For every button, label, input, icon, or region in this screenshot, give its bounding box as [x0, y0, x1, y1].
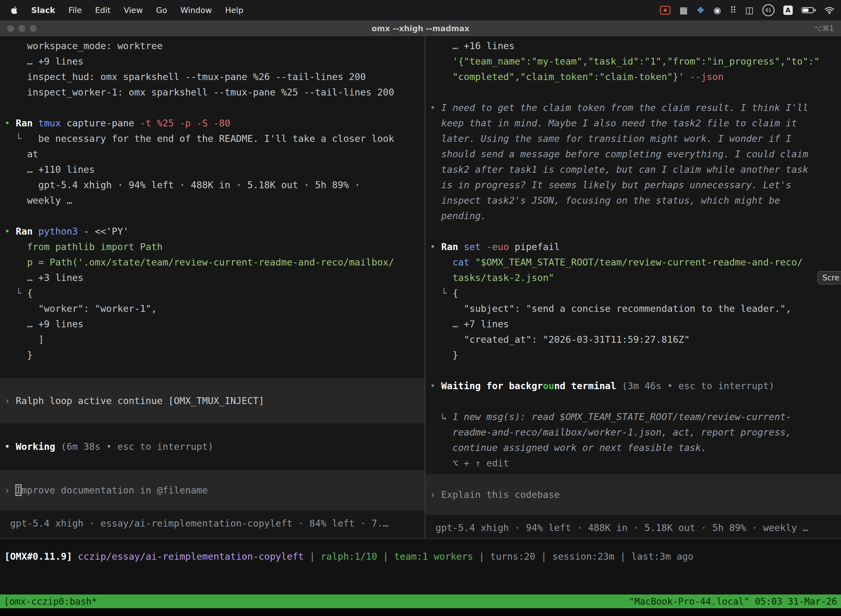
terminal-line: › Explain this codebase	[425, 487, 841, 502]
terminal-line: later. Using the same for transition mig…	[425, 131, 841, 146]
terminal-line: should send a message before completing …	[425, 146, 841, 162]
battery-nub	[814, 9, 816, 12]
menu-app-name[interactable]: Slack	[31, 6, 55, 15]
desktop: Slack File Edit View Go Window Help ▦ ❖ …	[0, 0, 841, 616]
terminal-line: readme-and-reco/mailbox/worker-1.json, a…	[425, 424, 841, 440]
terminal-line	[425, 84, 841, 100]
terminal-line: cat "$OMX_TEAM_STATE_ROOT/team/review-cu…	[425, 254, 841, 270]
menu-bar-status-icons: ▦ ❖ ◉ ⠿ ◫ 61 A	[660, 4, 841, 16]
terminal-line: p = Path('.omx/state/team/review-current…	[0, 254, 425, 270]
terminal-line: … +7 lines	[425, 316, 841, 332]
pill-app-icon[interactable]: ◫	[745, 5, 753, 15]
zoom-button[interactable]	[30, 25, 37, 32]
menu-item-help[interactable]: Help	[225, 6, 243, 15]
terminal-line: inspect task2's JSON, focusing on the st…	[425, 193, 841, 208]
terminal-line: • Waiting for background terminal (3m 46…	[425, 378, 841, 393]
circle-app-icon[interactable]: ◉	[713, 5, 721, 15]
terminal-line: continue assigned work or next feasible …	[425, 440, 841, 455]
terminal-line	[0, 208, 425, 224]
terminal-line: at	[0, 146, 425, 162]
terminal-line: is in progress? It seems likely but perh…	[425, 177, 841, 193]
grid-icon[interactable]: ▦	[679, 5, 687, 15]
terminal-line: … +9 lines	[0, 316, 425, 332]
terminal-line: gpt-5.4 xhigh · 94% left · 488K in · 5.1…	[425, 520, 841, 535]
minimize-button[interactable]	[19, 25, 25, 32]
bottom-black-strip	[0, 608, 841, 616]
battery-body	[801, 7, 814, 13]
terminal-line: … +110 lines	[0, 162, 425, 177]
apple-menu-icon[interactable]	[10, 6, 18, 15]
pane-status-line: gpt-5.4 xhigh · essay/ai-reimplementatio…	[0, 516, 425, 531]
terminal-window: omx --xhigh --madmax ⌥⌘1 workspace_mode:…	[0, 21, 841, 616]
terminal-line: └ {	[0, 285, 425, 301]
traffic-lights	[7, 25, 37, 32]
dots-grid-icon[interactable]: ⠿	[730, 5, 736, 15]
tmux-session-window[interactable]: [omx-cczip0:bash*	[4, 596, 97, 607]
badge-61-icon[interactable]: 61	[762, 4, 775, 16]
record-dot-icon	[664, 9, 667, 12]
pane-status-line: gpt-5.4 xhigh · 94% left · 488K in · 5.1…	[425, 520, 841, 535]
terminal-line: "subject": "send a concise recommendatio…	[425, 301, 841, 316]
terminal-line: task2 after task1 is complete, but can I…	[425, 162, 841, 177]
menu-item-window[interactable]: Window	[180, 6, 212, 15]
terminal-line: • I need to get the claim token from the…	[425, 100, 841, 115]
terminal-line	[0, 100, 425, 115]
menu-item-view[interactable]: View	[124, 6, 143, 15]
terminal-line: └ be necessary for the end of the README…	[0, 131, 425, 146]
terminal-line: inspect_hud: omx sparkshell --tmux-pane …	[0, 69, 425, 84]
terminal-pane-right[interactable]: … +16 lines '{"team_name":"my-team","tas…	[425, 37, 841, 538]
terminal-line	[0, 423, 425, 439]
terminal-line: }	[425, 347, 841, 363]
terminal-line: inspect_worker-1: omx sparkshell --tmux-…	[0, 84, 425, 100]
terminal-line: • Ran python3 - <<'PY'	[0, 224, 425, 239]
terminal-line: from pathlib import Path	[0, 239, 425, 254]
terminal-line: ↳ 1 new msg(s): read $OMX_TEAM_STATE_ROO…	[425, 409, 841, 424]
menu-item-edit[interactable]: Edit	[95, 6, 110, 15]
close-button[interactable]	[7, 25, 14, 32]
window-shortcut-hint: ⌥⌘1	[814, 24, 834, 32]
terminal-line: • Working (6m 38s • esc to interrupt)	[0, 439, 425, 454]
menu-item-go[interactable]: Go	[156, 6, 167, 15]
terminal-line: workspace_mode: worktree	[0, 38, 425, 54]
terminal-line: '{"team_name":"my-team","task_id":"1","f…	[425, 54, 841, 69]
terminal-line: weekly …	[0, 193, 425, 208]
terminal-line: "completed","claim_token":"claim-token"}…	[425, 69, 841, 84]
terminal-line: • Ran set -euo pipefail	[425, 239, 841, 254]
window-title: omx --xhigh --madmax	[372, 24, 469, 33]
terminal-line: }	[0, 347, 425, 363]
battery-fill	[803, 9, 809, 12]
terminal-line: ⌥ + ↑ edit	[425, 455, 841, 471]
terminal-line	[425, 363, 841, 378]
terminal-line: keep that in mind. Maybe I also need the…	[425, 115, 841, 131]
terminal-line: gpt-5.4 xhigh · 94% left · 488K in · 5.1…	[0, 177, 425, 193]
screen-overlay-tooltip[interactable]: Scre	[818, 271, 841, 285]
menu-bar-left: Slack File Edit View Go Window Help	[0, 6, 243, 15]
prompt-input[interactable]: › Explain this codebase	[425, 474, 841, 515]
omx-status-line: [OMX#0.11.9] cczip/essay/ai-reimplementa…	[0, 539, 841, 564]
battery-icon[interactable]	[801, 7, 816, 13]
menu-item-file[interactable]: File	[69, 6, 82, 15]
prompt-input[interactable]: › Improve documentation in @filename	[0, 470, 425, 510]
prompt-input[interactable]: › Ralph loop active continue [OMX_TMUX_I…	[0, 378, 425, 423]
terminal-line: "worker": "worker-1",	[0, 301, 425, 316]
tmux-host-clock: "MacBook-Pro-44.local" 05:03 31-Mar-26	[629, 596, 837, 607]
terminal-line	[425, 393, 841, 409]
terminal-line: gpt-5.4 xhigh · essay/ai-reimplementatio…	[0, 516, 425, 531]
terminal-line: ]	[0, 332, 425, 347]
tmux-status-bar: [omx-cczip0:bash* "MacBook-Pro-44.local"…	[0, 594, 841, 608]
terminal-line: pending.	[425, 208, 841, 224]
terminal-line: › Improve documentation in @filename	[0, 483, 425, 498]
terminal-line: … +16 lines	[425, 38, 841, 54]
blue-app-icon[interactable]: ❖	[697, 5, 705, 15]
terminal-line: "created_at": "2026-03-31T11:59:27.816Z"	[425, 332, 841, 347]
screen-recording-indicator-icon[interactable]	[660, 6, 671, 15]
wifi-icon[interactable]	[825, 6, 834, 14]
macos-menu-bar: Slack File Edit View Go Window Help ▦ ❖ …	[0, 0, 841, 21]
input-source-icon[interactable]: A	[783, 6, 793, 15]
window-titlebar: omx --xhigh --madmax ⌥⌘1	[0, 21, 841, 37]
terminal-line	[425, 224, 841, 239]
terminal-line: … +3 lines	[0, 270, 425, 285]
terminal-line: … +9 lines	[0, 54, 425, 69]
omx-footer: [OMX#0.11.9] cczip/essay/ai-reimplementa…	[0, 538, 841, 594]
terminal-pane-left[interactable]: workspace_mode: worktree … +9 lines insp…	[0, 37, 425, 538]
